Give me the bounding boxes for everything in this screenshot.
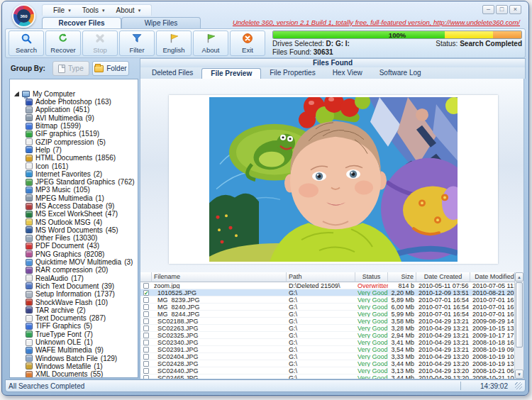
toolbar-button[interactable]: Search — [9, 30, 44, 56]
tree-item[interactable]: RAR compression (20) — [13, 266, 136, 274]
table-row[interactable]: _SC02391.JPG G:\ Very Good 3,54 Mb 2010-… — [140, 346, 523, 353]
tree-root-my-computer[interactable]: My Computer — [13, 89, 136, 98]
group-by-folder-button[interactable]: Folder — [92, 61, 129, 76]
app-tab[interactable]: Wipe Files — [121, 17, 201, 28]
table-row[interactable]: _SC02340.JPG G:\ Very Good 3,41 Mb 2010-… — [140, 339, 523, 346]
table-row[interactable]: _MG_8240.JPG G:\ Very Good 6,00 Mb 2010-… — [140, 304, 523, 311]
scrollbar-thumb[interactable] — [516, 282, 523, 348]
preview-tab[interactable]: File Preview — [201, 68, 261, 79]
tree-item[interactable]: AVI Multimedia (9) — [13, 114, 136, 122]
tree-item[interactable]: JPEG Standard Graphics (762) — [13, 178, 136, 186]
toolbar-button[interactable]: Exit — [230, 30, 265, 56]
column-header[interactable]: Date Created — [416, 272, 470, 282]
toolbar-button[interactable]: About — [193, 30, 228, 56]
tree-item[interactable]: Setup Information (1737) — [13, 290, 136, 298]
menu-item[interactable]: About▾ — [111, 6, 146, 15]
tree-item[interactable]: TAR archive (2) — [13, 306, 136, 314]
table-scrollbar[interactable]: ▲ ▼ — [514, 272, 523, 379]
tree-item[interactable]: WAFE Multimedia (9) — [13, 346, 136, 354]
close-button[interactable]: × — [509, 5, 521, 14]
tree-item[interactable]: GZIP compression (5) — [13, 138, 136, 145]
tree-item[interactable]: Internet Favorites (2) — [13, 170, 136, 178]
scroll-up-icon[interactable]: ▲ — [515, 272, 523, 282]
row-checkbox[interactable] — [143, 368, 149, 374]
row-checkbox[interactable] — [143, 340, 149, 345]
tree-item[interactable]: XML Documents (55) — [13, 370, 136, 378]
preview-tab[interactable]: Hex View — [324, 68, 371, 79]
column-header[interactable]: Filename — [152, 272, 287, 282]
table-row[interactable]: _SC02404.JPG G:\ Very Good 3,33 Mb 2010-… — [140, 353, 523, 360]
tree-item[interactable]: HTML Documents (1856) — [13, 154, 136, 162]
tree-item[interactable]: RealAudio (17) — [13, 274, 136, 282]
row-checkbox[interactable] — [143, 297, 149, 303]
tree-item[interactable]: ShockWave Flash (10) — [13, 298, 136, 306]
tree-item[interactable]: Windows Batch File (129) — [13, 355, 136, 362]
table-row[interactable]: ✓ _1010525.JPG G:\ Very Good 2,20 Mb 201… — [140, 289, 523, 296]
row-checkbox[interactable] — [143, 318, 149, 324]
tree-item[interactable]: Adobe Photoshop (163) — [13, 98, 136, 106]
tree-item[interactable]: MS Word Documents (45) — [13, 226, 136, 234]
maximize-button[interactable]: □ — [496, 5, 508, 14]
toolbar-button[interactable]: Filter — [119, 30, 155, 56]
table-row[interactable]: _SC02465.JPG G:\ Very Good 3,44 Mb 2010-… — [140, 374, 523, 379]
tree-item[interactable]: PNG Graphics (8208) — [13, 250, 136, 258]
tree-item[interactable]: Other Files (13030) — [13, 234, 136, 242]
table-row[interactable]: _SC02263.JPG G:\ Very Good 3,28 Mb 2010-… — [140, 325, 523, 332]
preview-tab[interactable]: Deleted Files — [143, 68, 201, 79]
tree-item[interactable]: Unknown OLE (1) — [13, 338, 136, 346]
tree-item[interactable]: Bitmap (1599) — [13, 122, 136, 130]
scroll-down-icon[interactable]: ▼ — [515, 370, 523, 379]
preview-tab[interactable]: Software Log — [371, 68, 430, 79]
toolbar-button[interactable]: Recover — [45, 30, 81, 56]
tree-item[interactable]: Icon (161) — [13, 162, 136, 170]
tree-item[interactable]: GIF graphics (1519) — [13, 130, 136, 138]
tree-item[interactable]: Text Documents (287) — [13, 314, 136, 322]
row-checkbox[interactable] — [143, 283, 149, 289]
minimize-button[interactable]: – — [482, 5, 494, 14]
table-row[interactable]: _MG_8244.JPG G:\ Very Good 5,99 Mb 2010-… — [140, 311, 523, 318]
tree-item[interactable]: MP3 Music (105) — [13, 186, 136, 194]
table-row[interactable]: _SC02325.JPG G:\ Very Good 2,94 Mb 2010-… — [140, 332, 523, 339]
menu-item[interactable]: Tools▾ — [77, 6, 110, 15]
row-checkbox[interactable] — [143, 354, 149, 360]
tree-item[interactable]: MS Access Database (9) — [13, 202, 136, 210]
tree-item[interactable]: Rich Text Document (39) — [13, 282, 136, 290]
version-link[interactable]: Undelete 360, version 2.1 Build 1, total… — [233, 18, 520, 26]
row-checkbox[interactable] — [143, 333, 149, 338]
row-checkbox[interactable] — [143, 311, 149, 317]
tree-item[interactable]: PDF Document (43) — [13, 242, 136, 250]
tree-item[interactable]: MS Outlook MSG (4) — [13, 218, 136, 226]
group-by-type-button[interactable]: Type — [52, 61, 89, 76]
tree-item[interactable]: MPEG Multimedia (1) — [13, 194, 136, 202]
column-header[interactable]: Path — [287, 272, 355, 282]
tree-item[interactable]: Application (451) — [13, 106, 136, 113]
tree-item[interactable]: Quicktime MOV Multimedia (3) — [13, 258, 136, 266]
tree-item[interactable]: Windows Metafile (1) — [13, 362, 136, 370]
preview-tab[interactable]: File Properties — [261, 68, 323, 79]
row-checkbox[interactable] — [143, 347, 149, 352]
table-row[interactable]: _SC02188.JPG G:\ Very Good 3,58 Mb 2010-… — [140, 318, 523, 325]
row-checkbox[interactable] — [143, 304, 149, 310]
table-row[interactable]: zoom.jpg D:\Deleted 21509\ Overwritten 8… — [140, 282, 523, 289]
table-row[interactable]: _SC02440.JPG G:\ Very Good 3,13 Mb 2010-… — [140, 367, 523, 374]
row-checkbox[interactable] — [143, 361, 149, 367]
tree-item[interactable]: MS Excel WorkSheet (47) — [13, 210, 136, 218]
column-header[interactable]: Status — [355, 272, 388, 282]
table-row[interactable]: _MG_8239.JPG G:\ Very Good 5,89 Mb 2010-… — [140, 296, 523, 304]
tree-item[interactable]: Help (7) — [13, 146, 136, 154]
column-header[interactable]: Date Modified — [470, 272, 519, 282]
table-row[interactable]: _SC02428.JPG G:\ Very Good 3,44 Mb 2010-… — [140, 360, 523, 367]
row-checkbox[interactable] — [143, 326, 149, 331]
toolbar-button[interactable]: Stop — [82, 30, 118, 56]
app-tab[interactable]: Recover Files — [42, 17, 121, 28]
menu-item[interactable]: File▾ — [48, 6, 76, 15]
row-checkbox[interactable] — [143, 375, 149, 379]
tree-item[interactable]: TIFF Graphics (5) — [13, 322, 136, 330]
resize-grip[interactable] — [515, 382, 522, 389]
toolbar-button[interactable]: English — [156, 30, 192, 56]
row-checkbox[interactable]: ✓ — [143, 290, 149, 296]
column-header[interactable]: Size — [388, 272, 416, 282]
tree-item[interactable]: TrueType Font (7) — [13, 330, 136, 338]
header-check-column[interactable] — [140, 272, 152, 282]
expand-arrow-icon[interactable] — [14, 91, 19, 96]
